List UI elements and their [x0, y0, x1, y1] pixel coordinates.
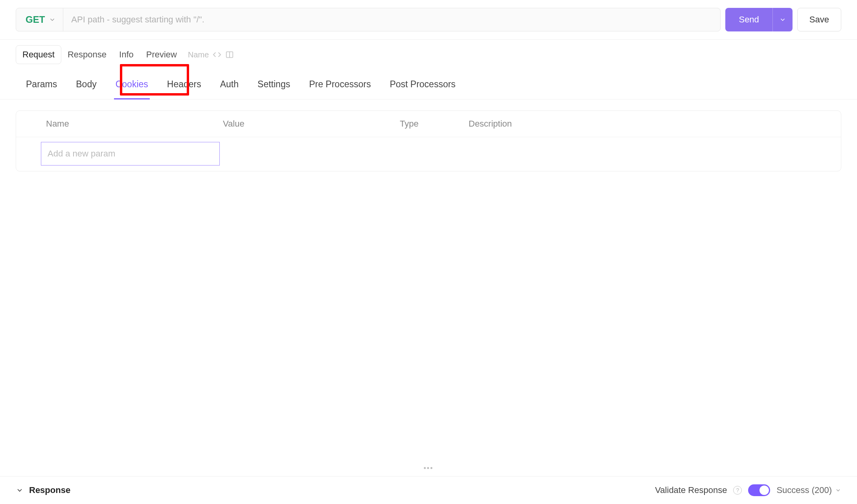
column-header-value: Value [223, 119, 400, 129]
chevron-down-icon [779, 16, 786, 23]
table-header-row: Name Value Type Description [16, 111, 841, 137]
code-icon [213, 50, 221, 59]
send-button-group: Send [725, 8, 792, 31]
save-button[interactable]: Save [797, 8, 841, 31]
subtab-pre-processors[interactable]: Pre Processors [307, 74, 372, 99]
chevron-down-icon [835, 487, 841, 493]
subtab-auth[interactable]: Auth [219, 74, 240, 99]
http-method-label: GET [26, 14, 45, 25]
subtab-settings[interactable]: Settings [256, 74, 292, 99]
response-status-label: Success (200) [776, 485, 832, 495]
request-url-bar: GET Send Save [0, 0, 857, 40]
help-icon[interactable]: ? [733, 486, 742, 495]
subtab-headers[interactable]: Headers [166, 74, 203, 99]
main-tabs: Request Response Info Preview Name [0, 40, 857, 64]
endpoint-name-placeholder[interactable]: Name [188, 50, 234, 59]
response-panel-bar: Response Validate Response ? Success (20… [0, 476, 857, 504]
tab-request[interactable]: Request [16, 45, 61, 64]
column-header-name: Name [46, 119, 223, 129]
validate-response-label: Validate Response [655, 485, 727, 495]
tab-preview[interactable]: Preview [140, 46, 183, 64]
column-header-type: Type [400, 119, 469, 129]
subtab-body[interactable]: Body [74, 74, 98, 99]
subtab-cookies[interactable]: Cookies [114, 74, 150, 99]
layout-split-icon [225, 50, 234, 59]
column-header-description: Description [469, 119, 829, 129]
cookies-table: Name Value Type Description [16, 110, 841, 171]
tab-response[interactable]: Response [61, 46, 113, 64]
response-label: Response [29, 485, 70, 495]
method-url-group: GET [16, 8, 721, 31]
table-new-row [16, 137, 841, 171]
subtab-params[interactable]: Params [24, 74, 59, 99]
request-sub-tabs: Params Body Cookies Headers Auth Setting… [0, 64, 857, 99]
validate-response-toggle[interactable] [748, 484, 770, 496]
chevron-down-icon [49, 16, 56, 23]
cookies-table-area: Name Value Type Description [0, 99, 857, 171]
subtab-post-processors[interactable]: Post Processors [388, 74, 457, 99]
api-path-input[interactable] [63, 8, 720, 31]
send-dropdown-button[interactable] [772, 8, 793, 31]
http-method-select[interactable]: GET [16, 8, 63, 31]
add-param-input[interactable] [41, 142, 220, 166]
response-controls: Validate Response ? Success (200) [655, 484, 841, 496]
chevron-down-icon [16, 486, 24, 494]
send-button[interactable]: Send [725, 8, 772, 31]
tab-info[interactable]: Info [113, 46, 140, 64]
response-status-select[interactable]: Success (200) [776, 485, 841, 495]
response-toggle[interactable]: Response [16, 485, 70, 495]
resize-handle[interactable]: ••• [424, 464, 434, 473]
